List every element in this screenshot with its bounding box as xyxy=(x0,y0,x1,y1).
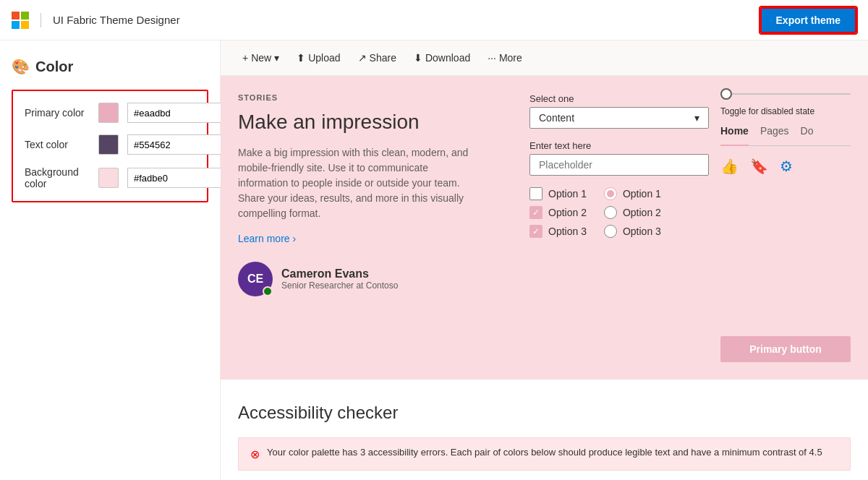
more-label: More xyxy=(499,52,522,64)
chevron-down-icon: ▾ xyxy=(274,52,279,64)
primary-color-label: Primary color xyxy=(25,107,90,119)
radio-label-2: Option 2 xyxy=(623,207,661,218)
share-button[interactable]: ↗ Share xyxy=(351,48,404,68)
color-section: Primary color Text color Background colo… xyxy=(12,90,208,202)
plus-icon: + xyxy=(242,52,248,64)
text-color-row: Text color xyxy=(25,134,195,155)
accessibility-title: Accessibility checker xyxy=(238,403,851,423)
download-button[interactable]: ⬇ Download xyxy=(407,48,477,68)
new-label: New xyxy=(251,52,271,64)
radio-group: Option 1 Option 2 Option 3 xyxy=(604,187,661,244)
slider-thumb[interactable] xyxy=(720,88,732,100)
avatar-name: Cameron Evans xyxy=(281,267,398,280)
chevron-down-icon: ▾ xyxy=(694,112,699,124)
primary-color-row: Primary color xyxy=(25,103,195,123)
background-color-swatch[interactable] xyxy=(98,168,119,188)
stories-label: STORIES xyxy=(238,93,501,102)
text-color-swatch[interactable] xyxy=(98,134,119,155)
header-divider xyxy=(41,13,41,27)
primary-button[interactable]: Primary button xyxy=(720,336,851,362)
sidebar-title: 🎨 Color xyxy=(12,58,208,75)
text-input-label: Enter text here xyxy=(529,140,709,151)
checkmark-icon: ✓ xyxy=(532,226,540,236)
checkbox-2[interactable]: ✓ xyxy=(529,206,542,219)
theme-preview: STORIES Make an impression Make a big im… xyxy=(221,76,868,380)
upload-icon: ⬆ xyxy=(297,52,305,64)
select-value: Content xyxy=(539,112,574,124)
radio-2[interactable] xyxy=(604,206,617,219)
avatar-row: CE Cameron Evans Senior Researcher at Co… xyxy=(238,262,501,296)
avatar-role: Senior Researcher at Contoso xyxy=(281,280,398,291)
avatar-info: Cameron Evans Senior Researcher at Conto… xyxy=(281,267,398,291)
upload-button[interactable]: ⬆ Upload xyxy=(289,48,347,68)
checkbox-label-3: Option 3 xyxy=(548,226,587,237)
radio-inner-icon xyxy=(607,190,614,197)
controls-panel: Select one Content ▾ Enter text here Opt… xyxy=(518,93,720,362)
radio-3[interactable] xyxy=(604,225,617,238)
bookmark-icon[interactable]: 🔖 xyxy=(750,158,768,175)
select-label: Select one xyxy=(529,93,709,104)
stories-heading: Make an impression xyxy=(238,111,501,134)
checkbox-label-1: Option 1 xyxy=(548,188,587,200)
stories-body: Make a big impression with this clean, m… xyxy=(238,145,469,221)
select-dropdown[interactable]: Content ▾ xyxy=(529,107,709,129)
radio-1[interactable] xyxy=(604,187,617,200)
share-icon: ↗ xyxy=(358,52,367,64)
nav-tabs: Home Pages Do xyxy=(720,125,851,146)
text-input-field[interactable] xyxy=(529,154,709,176)
radio-row-2[interactable]: Option 2 xyxy=(604,206,661,219)
checkbox-label-2: Option 2 xyxy=(548,207,587,218)
svg-rect-3 xyxy=(21,21,29,29)
background-color-label: Background color xyxy=(25,166,90,189)
tab-do[interactable]: Do xyxy=(801,125,814,140)
radio-row-3[interactable]: Option 3 xyxy=(604,225,661,238)
app-title: UI Fabric Theme Designer xyxy=(53,14,180,26)
toolbar: + New ▾ ⬆ Upload ↗ Share ⬇ Download ··· … xyxy=(221,40,868,76)
right-panel: Toggle for disabled state Home Pages Do … xyxy=(720,93,851,362)
radio-label-3: Option 3 xyxy=(623,226,661,237)
error-icon: ⊗ xyxy=(250,447,260,461)
color-palette-icon: 🎨 xyxy=(12,58,30,75)
new-button[interactable]: + New ▾ xyxy=(235,48,286,68)
chevron-right-icon: › xyxy=(293,233,297,244)
text-color-label: Text color xyxy=(25,139,90,150)
main-content: + New ▾ ⬆ Upload ↗ Share ⬇ Download ··· … xyxy=(221,40,868,480)
slider-track[interactable] xyxy=(720,93,851,95)
error-banner: ⊗ Your color palette has 3 accessibility… xyxy=(238,437,851,471)
learn-more-link[interactable]: Learn more › xyxy=(238,233,501,244)
header-left: UI Fabric Theme Designer xyxy=(12,12,180,29)
toggle-label: Toggle for disabled state xyxy=(720,106,814,116)
download-icon: ⬇ xyxy=(414,52,422,64)
checkbox-1[interactable] xyxy=(529,187,542,200)
checkbox-group: Option 1 ✓ Option 2 ✓ Option xyxy=(529,187,587,244)
checkbox-3[interactable]: ✓ xyxy=(529,225,542,238)
sidebar: 🎨 Color Primary color Text color Backgro… xyxy=(0,40,221,480)
export-theme-button[interactable]: Export theme xyxy=(760,7,856,33)
svg-rect-0 xyxy=(12,12,20,20)
error-message: Your color palette has 3 accessibility e… xyxy=(267,447,822,458)
svg-rect-1 xyxy=(21,12,29,20)
more-button[interactable]: ··· More xyxy=(480,48,529,68)
share-label: Share xyxy=(370,52,396,64)
avatar: CE xyxy=(238,262,273,296)
ms-logo-icon xyxy=(12,12,29,29)
stories-panel: STORIES Make an impression Make a big im… xyxy=(238,93,518,362)
checkbox-row-3[interactable]: ✓ Option 3 xyxy=(529,225,587,238)
learn-more-text: Learn more xyxy=(238,233,290,244)
download-label: Download xyxy=(425,52,470,64)
svg-rect-2 xyxy=(12,21,20,29)
upload-label: Upload xyxy=(308,52,340,64)
header: UI Fabric Theme Designer Export theme xyxy=(0,0,868,40)
checkbox-row-1[interactable]: Option 1 xyxy=(529,187,587,200)
tab-home[interactable]: Home xyxy=(720,125,749,146)
primary-color-swatch[interactable] xyxy=(98,103,119,123)
radio-row-1[interactable]: Option 1 xyxy=(604,187,661,200)
radio-label-1: Option 1 xyxy=(623,188,661,200)
background-color-row: Background color xyxy=(25,166,195,189)
checkbox-row-2[interactable]: ✓ Option 2 xyxy=(529,206,587,219)
settings-icon[interactable]: ⚙ xyxy=(780,158,793,175)
slider-row xyxy=(720,93,851,95)
main-layout: 🎨 Color Primary color Text color Backgro… xyxy=(0,40,868,480)
thumbs-up-icon[interactable]: 👍 xyxy=(720,158,739,175)
tab-pages[interactable]: Pages xyxy=(760,125,789,140)
